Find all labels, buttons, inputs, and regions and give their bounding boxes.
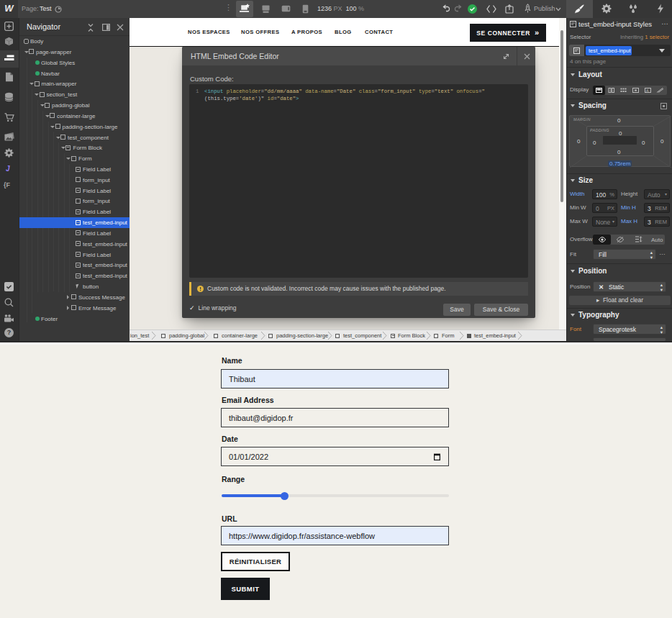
svg-text:A: A [646,88,649,93]
